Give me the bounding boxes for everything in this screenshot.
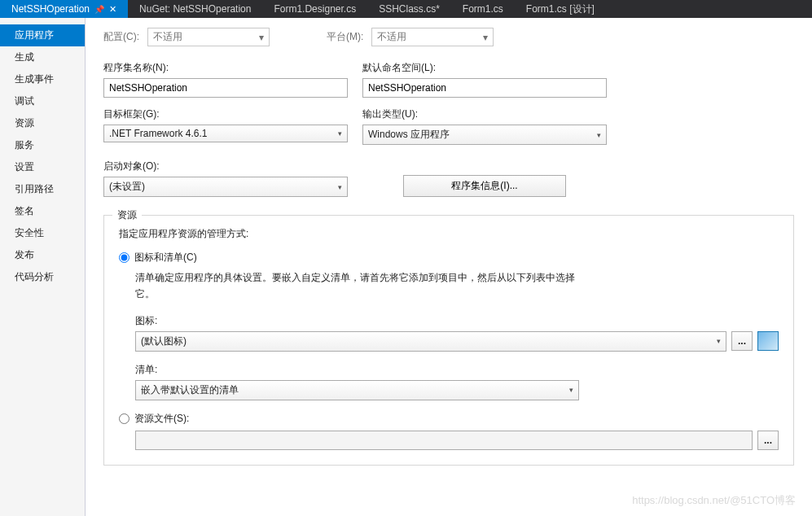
document-tabs: NetSSHOperation 📌 ✕ NuGet: NetSSHOperati… bbox=[0, 0, 812, 18]
platform-label: 平台(M): bbox=[327, 30, 363, 44]
resource-file-input bbox=[135, 431, 753, 450]
target-framework-label: 目标框架(G): bbox=[103, 107, 348, 121]
property-pages-sidebar: 应用程序 生成 生成事件 调试 资源 服务 设置 引用路径 签名 安全性 发布 … bbox=[0, 18, 86, 516]
chevron-down-icon: ▾ bbox=[569, 386, 573, 394]
application-page: 配置(C): 不适用 ▾ 平台(M): 不适用 ▾ 程序集名称(N): 默认命名… bbox=[86, 18, 812, 516]
pin-icon: 📌 bbox=[94, 5, 104, 14]
sidebar-item-application[interactable]: 应用程序 bbox=[0, 24, 85, 46]
tab-label: NetSSHOperation bbox=[11, 3, 90, 15]
chevron-down-icon: ▾ bbox=[338, 183, 342, 191]
chevron-down-icon: ▾ bbox=[338, 129, 342, 138]
tab-form1-designer[interactable]: Form1.Designer.cs bbox=[262, 0, 367, 18]
output-type-label: 输出类型(U): bbox=[362, 107, 607, 121]
icon-preview bbox=[757, 331, 779, 351]
resources-group: 资源 指定应用程序资源的管理方式: 图标和清单(C) 清单确定应用程序的具体设置… bbox=[103, 215, 794, 466]
default-namespace-label: 默认命名空间(L): bbox=[362, 61, 607, 75]
icon-label: 图标: bbox=[135, 314, 779, 328]
sidebar-item-resources[interactable]: 资源 bbox=[0, 112, 85, 134]
chevron-down-icon: ▾ bbox=[597, 131, 601, 139]
resource-file-radio[interactable] bbox=[119, 413, 129, 424]
tab-form1-cs[interactable]: Form1.cs bbox=[451, 0, 515, 18]
icon-manifest-desc: 清单确定应用程序的具体设置。要嵌入自定义清单，请首先将它添加到项目中，然后从以下… bbox=[135, 269, 591, 303]
assembly-info-button[interactable]: 程序集信息(I)... bbox=[403, 175, 566, 197]
sidebar-item-reference-paths[interactable]: 引用路径 bbox=[0, 178, 85, 200]
icon-browse-button[interactable]: ... bbox=[731, 331, 753, 351]
assembly-name-label: 程序集名称(N): bbox=[103, 61, 348, 75]
resource-file-radio-label: 资源文件(S): bbox=[134, 412, 189, 426]
resources-group-title: 资源 bbox=[112, 208, 142, 222]
icon-manifest-radio-label: 图标和清单(C) bbox=[134, 251, 197, 265]
manifest-label: 清单: bbox=[135, 363, 779, 377]
resources-desc: 指定应用程序资源的管理方式: bbox=[119, 227, 779, 241]
tab-sshclass[interactable]: SSHClass.cs* bbox=[367, 0, 451, 18]
platform-select: 不适用 ▾ bbox=[371, 28, 494, 46]
target-framework-select[interactable]: .NET Framework 4.6.1 ▾ bbox=[103, 125, 348, 142]
icon-select[interactable]: (默认图标) ▾ bbox=[135, 331, 726, 352]
chevron-down-icon: ▾ bbox=[483, 32, 488, 43]
close-icon[interactable]: ✕ bbox=[109, 4, 116, 15]
startup-object-select[interactable]: (未设置) ▾ bbox=[103, 177, 348, 197]
startup-object-label: 启动对象(O): bbox=[103, 160, 348, 173]
icon-manifest-radio[interactable] bbox=[119, 252, 129, 263]
sidebar-item-build[interactable]: 生成 bbox=[0, 46, 85, 68]
tab-nuget[interactable]: NuGet: NetSSHOperation bbox=[128, 0, 262, 18]
tab-project-properties[interactable]: NetSSHOperation 📌 ✕ bbox=[0, 0, 128, 18]
tab-form1-design[interactable]: Form1.cs [设计] bbox=[515, 0, 606, 18]
sidebar-item-signing[interactable]: 签名 bbox=[0, 200, 85, 222]
config-label: 配置(C): bbox=[103, 30, 139, 44]
assembly-name-input[interactable] bbox=[103, 78, 348, 98]
chevron-down-icon: ▾ bbox=[259, 32, 264, 43]
config-select: 不适用 ▾ bbox=[147, 28, 270, 46]
config-platform-row: 配置(C): 不适用 ▾ 平台(M): 不适用 ▾ bbox=[103, 28, 794, 46]
output-type-select[interactable]: Windows 应用程序 ▾ bbox=[362, 125, 607, 145]
sidebar-item-security[interactable]: 安全性 bbox=[0, 222, 85, 244]
sidebar-item-debug[interactable]: 调试 bbox=[0, 90, 85, 112]
chevron-down-icon: ▾ bbox=[717, 337, 721, 345]
sidebar-item-publish[interactable]: 发布 bbox=[0, 244, 85, 266]
sidebar-item-code-analysis[interactable]: 代码分析 bbox=[0, 266, 85, 288]
sidebar-item-services[interactable]: 服务 bbox=[0, 134, 85, 156]
sidebar-item-build-events[interactable]: 生成事件 bbox=[0, 68, 85, 90]
default-namespace-input[interactable] bbox=[362, 78, 607, 98]
manifest-select[interactable]: 嵌入带默认设置的清单 ▾ bbox=[135, 380, 579, 400]
resource-file-browse-button[interactable]: ... bbox=[757, 431, 779, 450]
sidebar-item-settings[interactable]: 设置 bbox=[0, 156, 85, 178]
